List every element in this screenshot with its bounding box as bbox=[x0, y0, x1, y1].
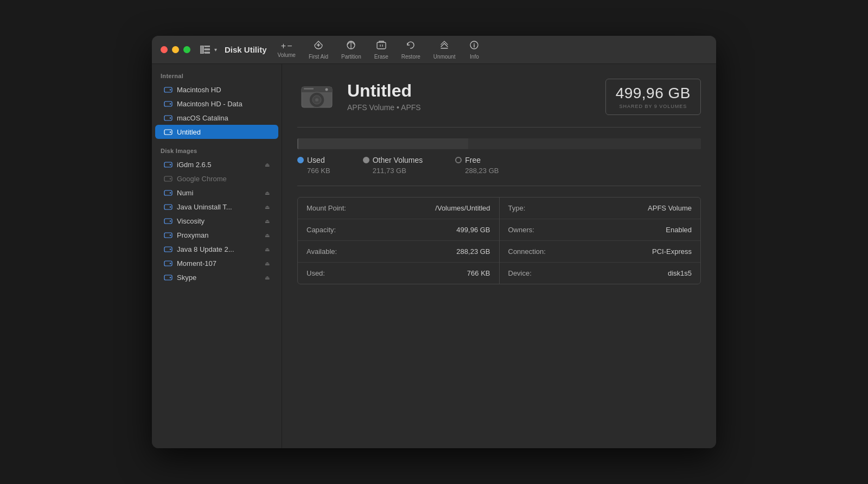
restore-icon bbox=[405, 40, 417, 52]
legend-other-name: Other Volumes bbox=[373, 156, 423, 164]
sidebar-label: iGdm 2.6.5 bbox=[177, 161, 212, 169]
info-row-capacity: Capacity: 499,96 GB bbox=[298, 219, 499, 241]
eject-icon: ⏏ bbox=[265, 246, 270, 252]
sidebar-item-java8[interactable]: Java 8 Update 2... ⏏ bbox=[155, 242, 278, 256]
svg-rect-1 bbox=[205, 46, 210, 47]
svg-point-13 bbox=[170, 89, 171, 90]
volume-info: Untitled APFS Volume • APFS bbox=[347, 81, 595, 111]
bar-free bbox=[468, 138, 701, 149]
disk-icon bbox=[164, 245, 173, 253]
partition-label: Partition bbox=[341, 54, 361, 60]
svg-point-43 bbox=[315, 98, 318, 101]
sidebar-label: Macintosh HD bbox=[177, 86, 221, 94]
sidebar-item-skype[interactable]: Skype ⏏ bbox=[155, 270, 278, 284]
storage-bar bbox=[297, 138, 701, 149]
svg-point-37 bbox=[170, 277, 171, 278]
mount-key: Mount Point: bbox=[307, 204, 346, 212]
view-button[interactable]: ▾ Disk Utility bbox=[199, 45, 267, 55]
sidebar-item-macos-catalina[interactable]: macOS Catalina bbox=[155, 111, 278, 125]
svg-rect-6 bbox=[377, 42, 386, 49]
disk-icon bbox=[164, 113, 173, 122]
legend-dot-other bbox=[363, 157, 369, 163]
storage-legend: Used 766 KB Other Volumes 211,73 GB bbox=[297, 156, 701, 175]
svg-rect-2 bbox=[205, 49, 210, 50]
sidebar-item-igdm[interactable]: iGdm 2.6.5 ⏏ bbox=[155, 157, 278, 171]
first-aid-icon bbox=[312, 40, 324, 52]
sidebar-label: Java Uninstall T... bbox=[177, 203, 232, 211]
main-area: Internal Macintosh HD Macintosh HD - Dat… bbox=[152, 64, 716, 448]
sidebar-label: macOS Catalina bbox=[177, 114, 228, 122]
device-key: Device: bbox=[508, 269, 532, 277]
sidebar-label: Numi bbox=[177, 189, 193, 197]
volume-disk-image bbox=[297, 77, 336, 116]
available-val: 288,23 GB bbox=[456, 247, 490, 256]
restore-button[interactable]: Restore bbox=[401, 40, 420, 60]
sidebar-item-macintosh-hd-data[interactable]: Macintosh HD - Data bbox=[155, 97, 278, 111]
sidebar-label: Viscosity bbox=[177, 217, 205, 225]
content-panel: Untitled APFS Volume • APFS 499,96 GB SH… bbox=[282, 64, 716, 448]
sidebar-item-numi[interactable]: Numi ⏏ bbox=[155, 186, 278, 200]
eject-icon: ⏏ bbox=[265, 190, 270, 196]
minimize-button[interactable] bbox=[172, 46, 179, 53]
sidebar-item-viscosity[interactable]: Viscosity ⏏ bbox=[155, 214, 278, 228]
divider-bottom bbox=[297, 186, 701, 186]
erase-label: Erase bbox=[374, 54, 388, 60]
volume-button[interactable]: + − Volume bbox=[278, 42, 296, 58]
sidebar-label: Macintosh HD - Data bbox=[177, 100, 242, 108]
unmount-button[interactable]: Unmount bbox=[433, 40, 456, 60]
sidebar-item-java-uninstall[interactable]: Java Uninstall T... ⏏ bbox=[155, 200, 278, 214]
bar-other bbox=[298, 138, 468, 149]
first-aid-button[interactable]: First Aid bbox=[309, 40, 328, 60]
erase-button[interactable]: Erase bbox=[374, 40, 388, 60]
capacity-val: 499,96 GB bbox=[456, 226, 490, 234]
sidebar-item-macintosh-hd[interactable]: Macintosh HD bbox=[155, 82, 278, 97]
first-aid-label: First Aid bbox=[309, 54, 328, 60]
info-row-type: Type: APFS Volume bbox=[500, 198, 701, 219]
legend-used: Used 766 KB bbox=[297, 156, 330, 175]
info-label: Info bbox=[470, 54, 479, 60]
svg-point-33 bbox=[170, 249, 171, 250]
legend-dot-used bbox=[297, 157, 304, 163]
eject-icon: ⏏ bbox=[265, 218, 270, 224]
storage-bar-container: Used 766 KB Other Volumes 211,73 GB bbox=[297, 138, 701, 175]
view-chevron-icon: ▾ bbox=[214, 47, 217, 53]
eject-icon: ⏏ bbox=[265, 260, 270, 266]
internal-section-label: Internal bbox=[152, 71, 282, 82]
used-val: 766 KB bbox=[467, 269, 490, 277]
volume-icons: + − bbox=[281, 42, 292, 50]
info-row-device: Device: disk1s5 bbox=[500, 263, 701, 284]
disk-icon bbox=[164, 99, 173, 108]
disk-icon bbox=[164, 85, 173, 94]
type-val: APFS Volume bbox=[648, 204, 692, 212]
volume-size-box: 499,96 GB SHARED BY 9 VOLUMES bbox=[605, 79, 701, 115]
volume-size-number: 499,96 GB bbox=[616, 85, 691, 102]
maximize-button[interactable] bbox=[183, 46, 190, 53]
svg-rect-3 bbox=[205, 52, 210, 53]
device-val: disk1s5 bbox=[668, 269, 692, 277]
svg-point-11 bbox=[474, 43, 475, 44]
sidebar-item-moment[interactable]: Moment-107 ⏏ bbox=[155, 256, 278, 270]
sidebar-item-untitled[interactable]: Untitled bbox=[155, 125, 278, 139]
info-row-connection: Connection: PCI-Express bbox=[500, 241, 701, 263]
restore-label: Restore bbox=[401, 54, 420, 60]
disk-icon bbox=[164, 160, 173, 169]
svg-point-29 bbox=[170, 220, 171, 221]
sidebar-label: Moment-107 bbox=[177, 259, 216, 268]
svg-point-19 bbox=[170, 131, 171, 132]
disk-icon bbox=[164, 174, 173, 183]
sidebar-item-google-chrome[interactable]: Google Chrome bbox=[155, 171, 278, 186]
connection-key: Connection: bbox=[508, 247, 546, 256]
sidebar-item-proxyman[interactable]: Proxyman ⏏ bbox=[155, 228, 278, 242]
divider-top bbox=[297, 127, 701, 128]
disk-images-section-label: Disk Images bbox=[152, 145, 282, 157]
volume-name: Untitled bbox=[347, 81, 595, 100]
info-row-owners: Owners: Enabled bbox=[500, 219, 701, 241]
info-button[interactable]: Info bbox=[468, 40, 480, 60]
info-row-used: Used: 766 KB bbox=[298, 263, 499, 284]
titlebar: ▾ Disk Utility + − Volume bbox=[152, 36, 716, 64]
partition-button[interactable]: Partition bbox=[341, 40, 361, 60]
close-button[interactable] bbox=[161, 46, 168, 53]
unmount-label: Unmount bbox=[433, 54, 456, 60]
svg-point-25 bbox=[170, 192, 171, 193]
legend-free: Free 288,23 GB bbox=[455, 156, 499, 175]
